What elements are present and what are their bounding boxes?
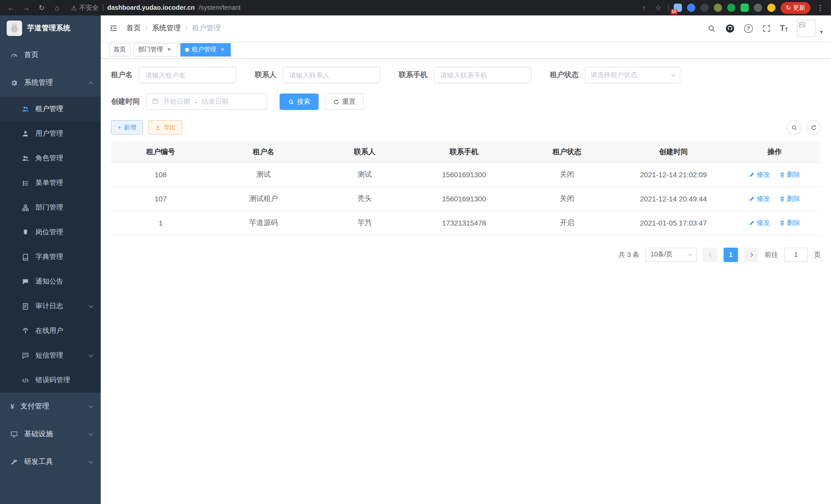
caret-down-icon[interactable]: ▾ [820, 29, 823, 35]
help-icon[interactable]: ? [744, 24, 753, 33]
back-icon[interactable]: ← [6, 4, 16, 12]
extension-icon[interactable] [727, 4, 736, 12]
range-separator: - [195, 98, 197, 106]
sidebar-item-home[interactable]: 首页 [0, 41, 101, 69]
kebab-menu-icon[interactable]: ⋮ [815, 4, 825, 12]
next-page-button[interactable] [744, 247, 758, 262]
security-warning[interactable]: ⚠ 不安全 [71, 3, 98, 12]
browser-chrome: ← → ↻ ⌂ ⚠ 不安全 dashboard.yudao.iocoder.cn… [0, 0, 831, 16]
font-size-icon[interactable]: TT [780, 24, 788, 32]
sidebar: 芋道管理系统 首页 系统管理 租户管理 用户管理 [0, 16, 101, 504]
tab-label: 部门管理 [138, 45, 163, 54]
sidebar-item-sms[interactable]: 短信管理 [0, 343, 101, 368]
edit-link[interactable]: 修改 [749, 194, 770, 203]
delete-link[interactable]: 删除 [779, 170, 800, 179]
sidebar-item-dept[interactable]: 部门管理 [0, 195, 101, 220]
search-icon[interactable] [707, 24, 716, 33]
edit-link[interactable]: 修改 [749, 170, 770, 179]
extension-icon[interactable] [741, 4, 749, 12]
export-button[interactable]: 导出 [148, 120, 182, 135]
roles-icon [22, 154, 29, 162]
page-size-select[interactable]: 10条/页 [646, 247, 697, 262]
tab-home[interactable]: 首页 [109, 43, 131, 56]
browser-actions: ↑ ☆ 10 ↻ 更新 ⋮ [639, 2, 825, 13]
extensions-puzzle-icon[interactable] [754, 4, 762, 12]
close-icon[interactable]: × [166, 46, 173, 53]
tab-tenant[interactable]: 租户管理 × [180, 43, 231, 56]
sidebar-item-system[interactable]: 系统管理 [0, 69, 101, 97]
extension-icon[interactable] [687, 4, 695, 12]
sidebar-item-label: 系统管理 [24, 78, 83, 87]
table-header-row: 租户编号 租户名 联系人 联系手机 租户状态 创建时间 操作 [111, 142, 821, 162]
breadcrumb-item[interactable]: 首页 [126, 24, 141, 33]
security-label: 不安全 [79, 3, 98, 12]
home-icon[interactable]: ⌂ [52, 4, 62, 12]
breadcrumb-item-current: 租户管理 [192, 24, 221, 33]
goto-page-input[interactable] [784, 247, 808, 262]
log-icon [22, 302, 29, 310]
extension-icon[interactable]: 10 [674, 4, 682, 12]
profile-avatar[interactable] [767, 4, 775, 12]
delete-link[interactable]: 删除 [779, 218, 800, 227]
status-select[interactable]: 请选择租户状态 [585, 67, 681, 83]
cell-tenant-name: 测试租户 [210, 186, 317, 211]
dict-icon [22, 253, 29, 261]
date-range-picker[interactable]: 开始日期 - 结束日期 [146, 93, 267, 110]
sidebar-item-notice[interactable]: 通知公告 [0, 269, 101, 294]
sidebar-item-online-user[interactable]: 在线用户 [0, 319, 101, 343]
share-icon[interactable]: ↑ [639, 4, 649, 12]
update-button[interactable]: ↻ 更新 [781, 2, 810, 13]
chevron-up-icon [89, 82, 93, 86]
reload-icon[interactable]: ↻ [37, 4, 46, 12]
breadcrumb-item[interactable]: 系统管理 [152, 24, 181, 33]
cell-status: 关闭 [515, 162, 618, 186]
reset-button-label: 重置 [342, 97, 355, 106]
sidebar-item-post[interactable]: 岗位管理 [0, 220, 101, 244]
fullscreen-icon[interactable] [762, 24, 771, 33]
cell-contact: 测试 [317, 162, 413, 186]
tab-dept[interactable]: 部门管理 × [134, 43, 177, 56]
extension-icon[interactable] [700, 4, 709, 12]
edit-link[interactable]: 修改 [749, 218, 770, 227]
extension-icon[interactable] [714, 4, 722, 12]
address-bar[interactable]: ⚠ 不安全 dashboard.yudao.iocoder.cn/system/… [71, 3, 633, 12]
search-button[interactable]: 搜索 [280, 93, 319, 110]
tags-view: 首页 部门管理 × 租户管理 × [101, 41, 831, 59]
sidebar-item-audit-log[interactable]: 审计日志 [0, 294, 101, 319]
avatar[interactable] [797, 20, 816, 37]
delete-link[interactable]: 删除 [779, 194, 800, 203]
github-icon[interactable] [725, 23, 735, 33]
bookmark-star-icon[interactable]: ☆ [654, 4, 663, 12]
sidebar-item-user[interactable]: 用户管理 [0, 121, 101, 146]
refresh-button[interactable] [806, 120, 821, 135]
page-number-button[interactable]: 1 [724, 247, 738, 262]
prev-page-button[interactable] [703, 247, 717, 262]
hide-search-button[interactable] [787, 120, 801, 135]
column-header: 联系手机 [413, 142, 515, 162]
goto-label: 前往 [765, 250, 778, 259]
sidebar-item-role[interactable]: 角色管理 [0, 146, 101, 171]
update-label: 更新 [793, 3, 805, 12]
sidebar-item-payment[interactable]: ¥ 支付管理 [0, 392, 101, 420]
sidebar-item-menu[interactable]: 菜单管理 [0, 171, 101, 195]
cell-tenant-name: 芋道源码 [210, 211, 317, 235]
tenant-table: 租户编号 租户名 联系人 联系手机 租户状态 创建时间 操作 108 测试 [111, 142, 821, 235]
sidebar-item-infra[interactable]: 基础设施 [0, 420, 101, 448]
forward-icon[interactable]: → [22, 4, 31, 12]
sidebar-item-error-code[interactable]: 错误码管理 [0, 368, 101, 392]
sidebar-item-dict[interactable]: 字典管理 [0, 244, 101, 269]
sidebar-item-dev-tools[interactable]: 研发工具 [0, 448, 101, 476]
cell-tenant-id: 1 [111, 211, 210, 235]
navbar-actions: ? TT ▾ [707, 20, 823, 37]
close-icon[interactable]: × [219, 46, 226, 53]
sidebar-item-tenant[interactable]: 租户管理 [0, 97, 101, 121]
contact-input[interactable] [283, 67, 380, 83]
mobile-input[interactable] [434, 67, 532, 83]
sidebar-collapse-icon[interactable] [109, 24, 118, 33]
chevron-down-icon [89, 303, 93, 308]
add-button[interactable]: + 新增 [111, 120, 143, 135]
reset-button[interactable]: 重置 [325, 93, 364, 110]
tenant-name-input[interactable] [139, 67, 236, 83]
extension-badge: 10 [671, 9, 677, 14]
calendar-icon [152, 97, 159, 106]
